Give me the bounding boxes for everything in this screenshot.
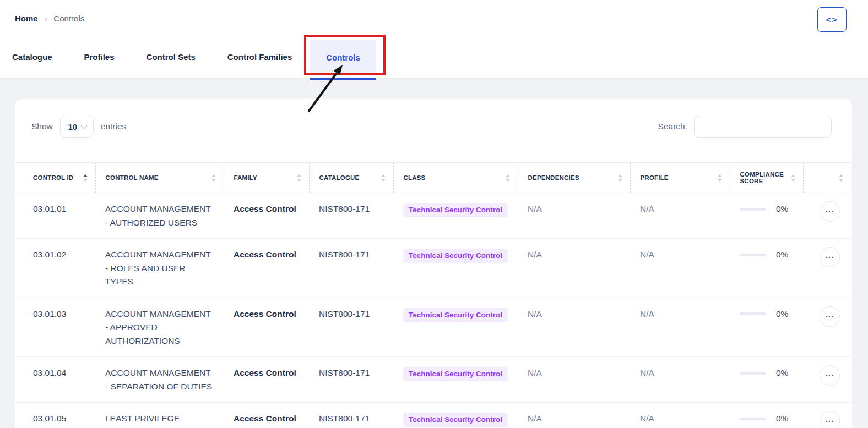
table-row: 03.01.03 ACCOUNT MANAGEMENT - APPROVED A… [15, 298, 851, 357]
tab-controls-active[interactable]: Controls [310, 40, 376, 74]
table-header-row: CONTROL ID CONTROL NAME FAMILY CATALOGUE… [15, 163, 851, 193]
cell-control-id: 03.01.05 [15, 403, 95, 428]
cell-dependencies: N/A [518, 239, 630, 298]
cell-control-id: 03.01.03 [15, 298, 95, 357]
sort-icons [718, 174, 722, 182]
class-badge: Technical Security Control [403, 308, 508, 322]
cell-class: Technical Security Control [393, 298, 518, 357]
cell-control-name: ACCOUNT MANAGEMENT - SEPARATION OF DUTIE… [95, 357, 224, 403]
cell-control-id: 03.01.02 [15, 239, 95, 298]
class-badge: Technical Security Control [403, 367, 508, 381]
compliance-progress-bar [740, 418, 766, 420]
ellipsis-icon: ... [825, 415, 834, 424]
column-header-actions[interactable] [803, 163, 851, 193]
tab-controls-label: Controls [326, 53, 360, 62]
cell-actions: ... [803, 298, 851, 357]
column-header-family[interactable]: FAMILY [224, 163, 309, 193]
sort-icons [297, 174, 301, 182]
column-header-compliance-score[interactable]: COMPLIANCE SCORE [730, 163, 803, 193]
cell-profile: N/A [630, 357, 730, 403]
row-actions-button[interactable]: ... [820, 411, 840, 428]
breadcrumb-home-link[interactable]: Home [15, 14, 38, 23]
compliance-percentage: 0% [776, 412, 788, 426]
compliance-progress-bar [740, 254, 766, 256]
cell-actions: ... [803, 357, 851, 403]
sort-icons [839, 174, 843, 182]
ellipsis-icon: ... [825, 369, 834, 378]
cell-profile: N/A [630, 403, 730, 428]
tab-catalogue[interactable]: Catalogue [12, 52, 52, 62]
controls-table: CONTROL ID CONTROL NAME FAMILY CATALOGUE… [15, 162, 851, 428]
cell-catalogue: NIST800-171 [309, 403, 393, 428]
tab-control-sets[interactable]: Control Sets [147, 52, 196, 62]
cell-actions: ... [803, 239, 851, 298]
column-header-control-id[interactable]: CONTROL ID [15, 163, 95, 193]
column-header-control-name[interactable]: CONTROL NAME [95, 163, 224, 193]
sort-icons [791, 174, 795, 182]
cell-control-name: ACCOUNT MANAGEMENT - ROLES AND USER TYPE… [95, 239, 224, 298]
cell-profile: N/A [630, 298, 730, 357]
controls-table-card: Show 10 entries Search: CONTROL ID [15, 99, 852, 428]
page-size-value: 10 [68, 122, 77, 131]
column-header-dependencies[interactable]: DEPENDENCIES [518, 163, 630, 193]
cell-control-id: 03.01.04 [15, 357, 95, 403]
ellipsis-icon: ... [825, 310, 834, 319]
cell-control-id: 03.01.01 [15, 193, 95, 239]
cell-family: Access Control [224, 403, 309, 428]
page-size-control: Show 10 entries [31, 116, 126, 138]
column-header-catalogue[interactable]: CATALOGUE [309, 163, 393, 193]
tab-control-families[interactable]: Control Families [227, 52, 292, 62]
search-input[interactable] [694, 116, 832, 138]
row-actions-button[interactable]: ... [820, 365, 840, 386]
cell-compliance-score: 0% [730, 298, 803, 357]
cell-catalogue: NIST800-171 [309, 193, 393, 239]
cell-dependencies: N/A [518, 193, 630, 239]
show-label: Show [31, 122, 53, 131]
compliance-progress-bar [740, 208, 766, 211]
chevron-down-icon [81, 123, 87, 129]
column-header-profile[interactable]: PROFILE [630, 163, 730, 193]
column-header-class[interactable]: CLASS [393, 163, 518, 193]
cell-class: Technical Security Control [393, 193, 518, 239]
cell-family: Access Control [224, 239, 309, 298]
code-view-button[interactable]: <> [817, 7, 847, 32]
cell-dependencies: N/A [518, 403, 630, 428]
tab-bar: Catalogue Profiles Control Sets Control … [0, 40, 292, 74]
cell-class: Technical Security Control [393, 239, 518, 298]
cell-class: Technical Security Control [393, 403, 518, 428]
cell-control-name: ACCOUNT MANAGEMENT - APPROVED AUTHORIZAT… [95, 298, 224, 357]
tab-profiles[interactable]: Profiles [84, 52, 115, 62]
cell-family: Access Control [224, 298, 309, 357]
code-icon: <> [826, 15, 838, 24]
ellipsis-icon: ... [825, 251, 834, 260]
row-actions-button[interactable]: ... [820, 306, 840, 327]
cell-actions: ... [803, 403, 851, 428]
cell-actions: ... [803, 193, 851, 239]
row-actions-button[interactable]: ... [820, 201, 840, 222]
compliance-percentage: 0% [776, 366, 788, 380]
cell-control-name: LEAST PRIVILEGE [95, 403, 224, 428]
cell-family: Access Control [224, 193, 309, 239]
breadcrumb-separator-icon: › [45, 14, 47, 23]
breadcrumb-current: Controls [53, 14, 84, 23]
ellipsis-icon: ... [825, 205, 834, 214]
table-toolbar: Show 10 entries Search: [15, 99, 852, 138]
breadcrumb: Home › Controls [0, 0, 868, 23]
search-control: Search: [658, 116, 832, 138]
cell-dependencies: N/A [518, 298, 630, 357]
table-row: 03.01.02 ACCOUNT MANAGEMENT - ROLES AND … [15, 239, 851, 298]
sort-icons [506, 174, 510, 182]
class-badge: Technical Security Control [403, 203, 508, 217]
cell-control-name: ACCOUNT MANAGEMENT - AUTHORIZED USERS [95, 193, 224, 239]
cell-profile: N/A [630, 193, 730, 239]
page-size-select[interactable]: 10 [60, 116, 94, 138]
sort-icons [618, 174, 622, 182]
cell-dependencies: N/A [518, 357, 630, 403]
row-actions-button[interactable]: ... [820, 247, 840, 267]
class-badge: Technical Security Control [403, 413, 508, 427]
cell-catalogue: NIST800-171 [309, 298, 393, 357]
table-row: 03.01.05 LEAST PRIVILEGE Access Control … [15, 403, 851, 428]
search-label: Search: [658, 122, 687, 131]
sort-icons [211, 174, 216, 182]
entries-label: entries [101, 122, 127, 131]
